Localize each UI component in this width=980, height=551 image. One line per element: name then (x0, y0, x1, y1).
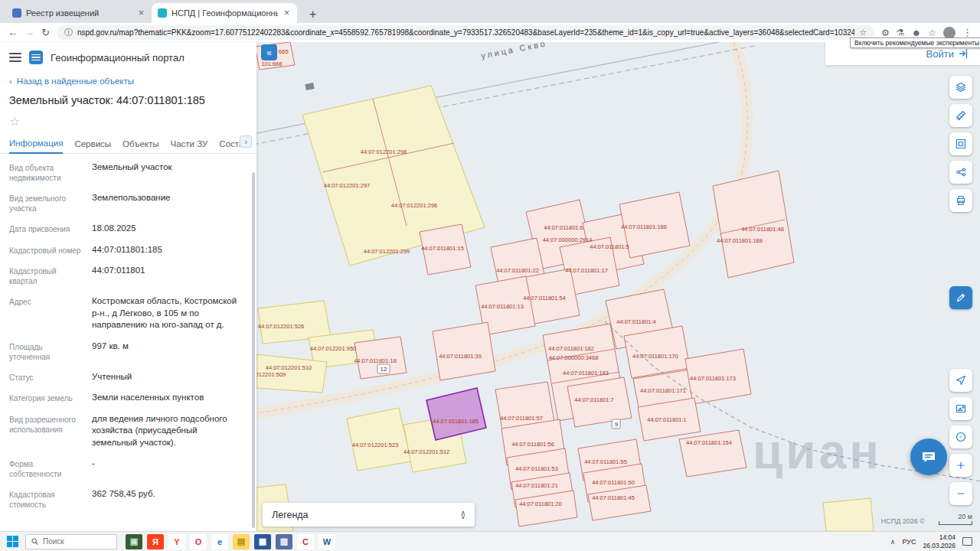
taskbar-app-chrome[interactable]: C (297, 534, 314, 549)
site-info-icon[interactable]: ⓘ (64, 27, 73, 38)
tab-Части ЗУ[interactable]: Части ЗУ (171, 134, 208, 153)
back-link[interactable]: ‹ Назад в найденные объекты (0, 70, 256, 87)
taskbar-app-yandex-start[interactable]: Я (147, 534, 164, 549)
tab-Информация[interactable]: Информация (9, 133, 63, 154)
extensions-puzzle-icon[interactable]: ⚙ (881, 28, 890, 38)
parcel[interactable] (823, 498, 874, 531)
field-label: Вид разрешенного использования (9, 413, 84, 449)
taskbar-app-explorer[interactable]: ▤ (233, 534, 250, 549)
nav-back-icon[interactable]: ← (8, 28, 18, 37)
parcel-label: 44:07:012201:950 (310, 345, 356, 352)
panel-scrollbar[interactable] (252, 172, 255, 528)
windows-start-button[interactable] (7, 536, 18, 547)
hamburger-menu-icon[interactable] (9, 53, 21, 62)
legend-bar[interactable]: Легенда ∧∨ (263, 503, 475, 527)
new-tab-button[interactable]: + (303, 8, 322, 23)
tab-Объекты[interactable]: Объекты (122, 134, 158, 153)
area-select-button[interactable] (949, 132, 972, 155)
notification-center-icon[interactable] (962, 537, 972, 546)
field-row: Площадь уточненная997 кв. м (9, 336, 244, 367)
tab-Сервисы[interactable]: Сервисы (74, 134, 111, 153)
reload-icon[interactable]: ↻ (41, 28, 50, 37)
language-indicator[interactable]: РУС (902, 538, 916, 546)
experiments-flask-icon[interactable]: ⚗ (897, 28, 905, 38)
identify-button[interactable] (949, 425, 972, 448)
tab-close-icon[interactable]: × (283, 8, 291, 18)
field-row: Вид объекта недвижимостиЗемельный участо… (9, 157, 244, 187)
nav-forward-icon[interactable]: → (24, 28, 34, 37)
draw-tools-button[interactable] (949, 286, 972, 309)
legend-toggle-icon[interactable]: ∧∨ (460, 511, 466, 519)
field-value: - (92, 458, 244, 479)
ruler-button[interactable] (949, 104, 972, 127)
field-row: Дата присвоения18.08.2025 (9, 218, 244, 240)
field-label: Кадастровый квартал (9, 265, 84, 286)
taskbar-app-word[interactable]: W (318, 534, 335, 549)
field-label: Дата присвоения (9, 223, 84, 235)
taskbar-app-yandex-browser[interactable]: Y (168, 534, 185, 549)
url-field[interactable]: ⓘ nspd.gov.ru/map?thematic=PKK&zoom=17.6… (57, 25, 874, 40)
parcel-label: 44:07:011801:53 (515, 465, 558, 472)
ruler-icon (956, 110, 966, 121)
url-text[interactable]: nspd.gov.ru/map?thematic=PKK&zoom=17.607… (77, 28, 854, 37)
profile-icon[interactable]: ☻ (912, 28, 922, 38)
locate-icon (956, 375, 966, 386)
field-value: Костромская область, Костромской р-н., д… (92, 295, 244, 331)
parcel-label: 44:07:011801:20 (519, 500, 562, 507)
zoom-out-icon (956, 488, 966, 499)
taskbar-clock[interactable]: 14:04 26.03.2026 (923, 533, 956, 549)
field-label: Кадастровый номер (9, 244, 84, 256)
parcel-label: 44:07:011801:39 (439, 353, 482, 360)
tray-expand-icon[interactable]: ∧ (890, 538, 896, 546)
back-link-label: Назад в найденные объекты (17, 77, 134, 86)
draw-tools-icon (956, 292, 966, 303)
field-value: Землепользование (92, 192, 244, 214)
parcel-label: 44:07:011801:56 (511, 441, 554, 448)
tab-close-icon[interactable]: × (137, 8, 145, 18)
panel-collapse-button[interactable]: « (261, 44, 277, 60)
search-input[interactable] (43, 537, 104, 546)
parcel-label: 44:07:011801:185 (433, 418, 479, 425)
taskbar-app-opera[interactable]: O (190, 534, 207, 549)
zoom-out-button[interactable] (949, 482, 972, 505)
favorite-star-icon[interactable]: ☆ (0, 109, 256, 130)
zoom-in-button[interactable] (949, 454, 972, 477)
bookmarks-icon[interactable]: ☆ (928, 28, 936, 38)
taskbar: ▣ЯYOe▤▦▥CW ∧ РУС 14:04 26.03.2026 (0, 531, 980, 551)
parcel-label: 44:07:011801:50 (592, 479, 635, 486)
login-arrow-icon (959, 48, 969, 59)
taskbar-search[interactable] (25, 534, 117, 549)
area-select-icon (956, 139, 966, 149)
share-icon (956, 167, 966, 178)
taskbar-app-teal[interactable]: ▥ (276, 534, 292, 549)
layers-button[interactable] (949, 76, 972, 99)
parcel-label: 44:07:011801:57 (500, 415, 543, 422)
field-label: Вид объекта недвижимости (9, 161, 84, 183)
parcel-label: 44:07:011801:4 (616, 318, 656, 325)
browser-tab[interactable]: Реестр извещений× (6, 3, 152, 23)
map-area[interactable]: циан улица Скво 101:665101:66644:07:0122… (256, 42, 980, 531)
parcel-label: 44:07:011801:186 (621, 223, 667, 230)
quarter-badge: 12 (377, 364, 390, 374)
parcel-label: 44:07:012201:509 (256, 371, 286, 378)
locate-button[interactable] (949, 369, 972, 392)
taskbar-app-edge[interactable]: e (211, 534, 228, 549)
browser-menu-icon[interactable]: ⋮ (962, 27, 972, 38)
tabs-scroll-arrow[interactable]: › (240, 135, 252, 148)
share-button[interactable] (949, 161, 972, 184)
browser-tab[interactable]: НСПД | Геоинформационный п× (152, 3, 297, 23)
field-row: Кадастровый квартал44:07:011801 (9, 260, 244, 291)
basemap-icon (956, 403, 966, 414)
taskbar-app-blue[interactable]: ▦ (254, 534, 271, 549)
field-row: Категория земельЗемли населенных пунктов (9, 387, 244, 409)
login-button[interactable]: Войти (926, 48, 954, 60)
print-button[interactable] (949, 189, 972, 212)
bookmark-star-icon[interactable]: ☆ (859, 28, 867, 37)
chat-button[interactable] (910, 439, 947, 475)
panel-header: Геоинформационный портал (0, 42, 256, 70)
field-row: Вид земельного участкаЗемлепользование (9, 187, 244, 218)
basemap-button[interactable] (949, 397, 972, 420)
scale-label: 20 м (958, 513, 972, 520)
parcel[interactable] (433, 322, 495, 380)
taskbar-app-photos[interactable]: ▣ (126, 534, 142, 549)
